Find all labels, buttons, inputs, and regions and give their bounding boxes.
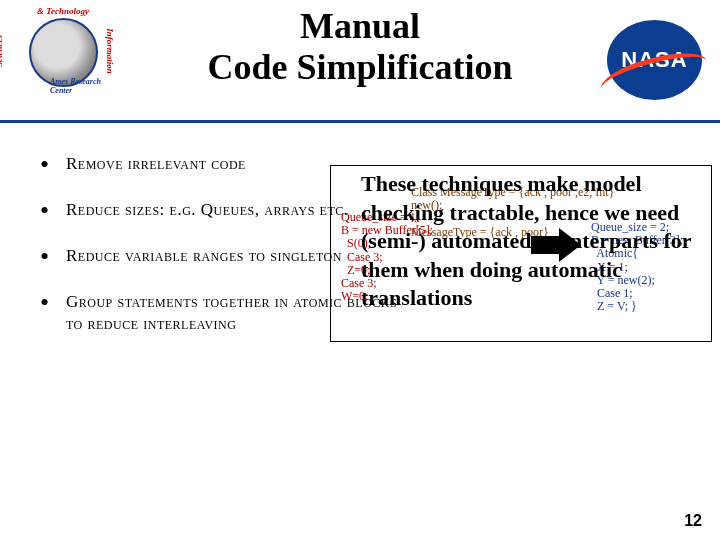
arc-label: Ames Research Center (50, 77, 118, 95)
org-text-top: & Technology (8, 6, 118, 16)
org-text-left: Sciences (0, 35, 4, 67)
nasa-logo: NASA (607, 20, 702, 100)
org-text-right: Information (105, 28, 115, 74)
overlay-caption: These techniques make model checking tra… (361, 170, 712, 313)
code-transform-box: Class MessageType = {ack , poor ,e2, Int… (330, 165, 712, 342)
content-area: Remove irrelevant code Reduce sizes: e.g… (0, 123, 720, 335)
arc-logo: & Technology Sciences Information Ames R… (8, 6, 118, 101)
page-number: 12 (684, 512, 702, 530)
slide-header: & Technology Sciences Information Ames R… (0, 0, 720, 123)
